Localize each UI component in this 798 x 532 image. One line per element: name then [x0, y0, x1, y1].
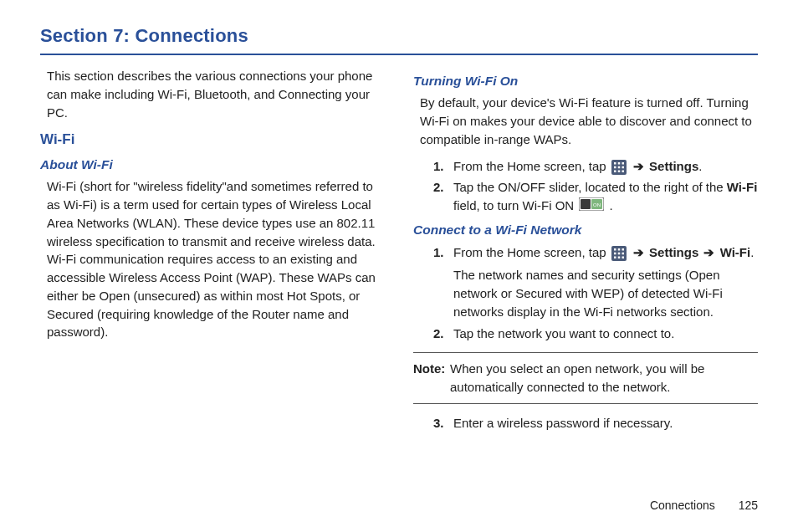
- svg-rect-7: [614, 170, 616, 172]
- svg-rect-22: [618, 256, 621, 258]
- svg-rect-5: [618, 166, 621, 169]
- settings-label: Settings: [649, 245, 698, 259]
- svg-rect-3: [622, 162, 624, 165]
- wifi-label: Wi-Fi: [727, 180, 758, 194]
- step-body: Tap the network you want to connect to.: [453, 325, 758, 343]
- svg-rect-9: [622, 170, 624, 172]
- svg-rect-23: [622, 256, 624, 258]
- toggle-on-icon: ON: [579, 197, 604, 216]
- svg-rect-19: [618, 252, 621, 254]
- svg-rect-15: [614, 248, 616, 251]
- heading-about-wifi: About Wi-Fi: [40, 156, 385, 174]
- note-label: Note:: [413, 360, 450, 396]
- left-column: This section describes the various conne…: [40, 67, 385, 436]
- intro-paragraph: This section describes the various conne…: [47, 67, 385, 121]
- step-body: Tap the ON/OFF slider, located to the ri…: [453, 178, 758, 216]
- step-body: Enter a wireless password if necessary.: [453, 414, 758, 432]
- step-text: Tap the ON/OFF slider, located to the ri…: [453, 180, 727, 194]
- wifi-label: Wi-Fi: [720, 245, 751, 259]
- svg-rect-17: [622, 248, 624, 251]
- step-body: From the Home screen, tap ➔ Setting: [453, 243, 758, 321]
- svg-rect-8: [618, 170, 621, 172]
- svg-text:ON: ON: [593, 202, 601, 207]
- step-tail: .: [750, 245, 754, 259]
- section-title: Section 7: Connections: [40, 25, 758, 55]
- step-tail: .: [610, 198, 613, 212]
- step-connect-2: 2. Tap the network you want to connect t…: [433, 325, 758, 343]
- step-text-mid: field, to turn Wi-Fi ON: [453, 198, 577, 212]
- step-text: From the Home screen, tap: [453, 159, 610, 173]
- apps-grid-icon: [611, 160, 627, 175]
- arrow-icon: ➔: [703, 245, 714, 259]
- svg-rect-20: [622, 252, 624, 254]
- apps-grid-icon: [611, 246, 627, 261]
- svg-rect-1: [614, 162, 616, 165]
- step-body: From the Home screen, tap ➔ Setting: [453, 157, 758, 176]
- turning-on-paragraph: By default, your device's Wi-Fi feature …: [420, 94, 758, 148]
- step-connect-3: 3. Enter a wireless password if necessar…: [433, 414, 758, 432]
- settings-label: Settings: [649, 159, 698, 173]
- footer-section: Connections: [650, 499, 715, 512]
- svg-rect-11: [581, 199, 591, 209]
- svg-rect-16: [618, 248, 621, 251]
- step-on-1: 1. From the Home screen, tap: [433, 157, 758, 176]
- heading-turning-on: Turning Wi-Fi On: [413, 72, 758, 90]
- step-text: From the Home screen, tap: [453, 245, 610, 259]
- svg-rect-18: [614, 252, 616, 254]
- svg-rect-4: [614, 166, 616, 169]
- footer-page-number: 125: [739, 499, 758, 512]
- step-number: 1.: [433, 157, 453, 176]
- heading-wifi: Wi-Fi: [40, 130, 385, 151]
- note-block: Note: When you select an open network, y…: [413, 352, 758, 404]
- svg-rect-6: [622, 166, 624, 169]
- svg-rect-2: [618, 162, 621, 165]
- step-number: 2.: [433, 325, 453, 343]
- two-column-layout: This section describes the various conne…: [40, 67, 758, 436]
- arrow-icon: ➔: [633, 159, 644, 173]
- page-footer: Connections 125: [650, 499, 758, 512]
- svg-rect-21: [614, 256, 616, 258]
- right-column: Turning Wi-Fi On By default, your device…: [413, 67, 758, 436]
- step-connect-1: 1. From the Home screen, tap: [433, 243, 758, 321]
- step-number: 3.: [433, 414, 453, 432]
- step-on-2: 2. Tap the ON/OFF slider, located to the…: [433, 178, 758, 216]
- note-body: When you select an open network, you wil…: [450, 360, 758, 396]
- step-number: 2.: [433, 178, 453, 216]
- step-tail: .: [698, 159, 702, 173]
- step-sub-text: The network names and security settings …: [453, 266, 758, 320]
- arrow-icon: ➔: [633, 245, 644, 259]
- step-number: 1.: [433, 243, 453, 321]
- heading-connect: Connect to a Wi-Fi Network: [413, 221, 758, 239]
- about-wifi-paragraph: Wi-Fi (short for "wireless fidelity"and …: [47, 177, 385, 341]
